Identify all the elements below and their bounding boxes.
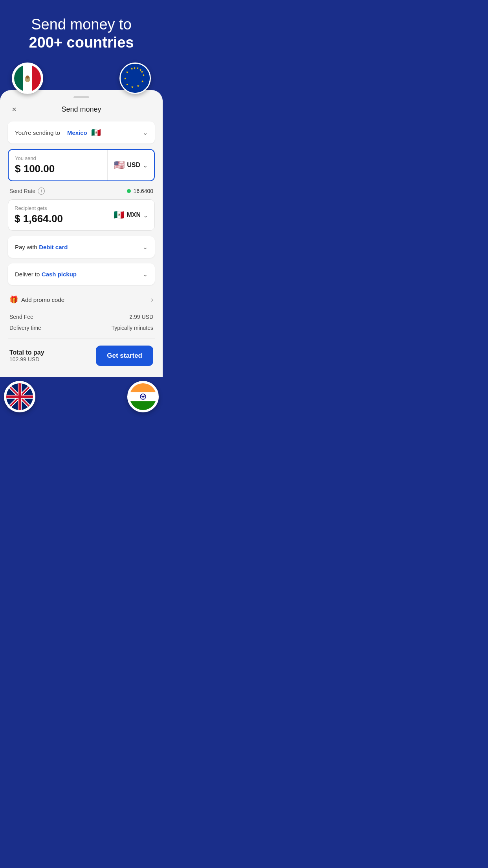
hero-line1: Send money to — [31, 16, 132, 33]
mexico-flag-small: 🇲🇽 — [91, 128, 101, 137]
india-flag-circle — [127, 381, 159, 412]
send-fee-value: 2.99 USD — [129, 314, 153, 320]
card-handle — [73, 96, 89, 98]
delivery-time-label: Delivery time — [9, 325, 41, 331]
mxn-chevron: ⌄ — [143, 211, 148, 219]
promo-row[interactable]: 🎁 Add promo code › — [8, 291, 155, 308]
hero-section: Send money to 200+ countries — [0, 0, 163, 94]
send-rate-info-icon[interactable]: i — [38, 188, 45, 195]
send-rate-row: Send Rate i 16.6400 — [8, 185, 155, 199]
destination-label: You're sending to — [15, 129, 60, 136]
mxn-code: MXN — [127, 211, 141, 219]
pay-with-label: Pay with — [15, 244, 37, 250]
total-section: Total to pay 102.99 USD — [9, 349, 44, 362]
currency-selector-usd[interactable]: 🇺🇸 USD ⌄ — [107, 150, 154, 180]
promo-label: Add promo code — [21, 296, 64, 303]
destination-chevron: ⌄ — [143, 129, 148, 136]
svg-rect-32 — [18, 383, 21, 410]
you-send-label: You send — [15, 155, 101, 161]
destination-left: You're sending to Mexico 🇲🇽 — [15, 128, 101, 137]
mexico-flag-circle — [12, 63, 43, 94]
pay-with-left: Pay with Debit card — [15, 244, 68, 251]
main-card: × Send money You're sending to Mexico 🇲🇽… — [0, 90, 163, 377]
bottom-flags-row — [0, 377, 163, 420]
total-label: Total to pay — [9, 349, 44, 356]
you-send-amount[interactable]: $ 100.00 — [15, 163, 101, 175]
svg-point-6 — [26, 75, 29, 79]
deliver-to-left: Deliver to Cash pickup — [15, 271, 77, 278]
svg-text:★: ★ — [126, 70, 128, 74]
svg-rect-35 — [130, 383, 156, 392]
svg-rect-2 — [14, 65, 23, 92]
get-started-button[interactable]: Get started — [96, 346, 153, 366]
uk-flag-circle — [4, 381, 35, 412]
send-rate-value: 16.6400 — [127, 188, 153, 194]
send-fee-row: Send Fee 2.99 USD — [8, 311, 155, 322]
usd-chevron: ⌄ — [143, 162, 148, 169]
svg-text:★: ★ — [130, 67, 133, 70]
svg-text:★: ★ — [131, 85, 134, 89]
send-fee-label: Send Fee — [9, 314, 33, 320]
svg-text:★: ★ — [141, 80, 144, 83]
delivery-time-row: Delivery time Typically minutes — [8, 322, 155, 333]
usd-code: USD — [127, 162, 140, 169]
deliver-to-value: Cash pickup — [42, 271, 77, 278]
svg-rect-37 — [130, 401, 156, 410]
eu-flag-circle: ★ ★ ★ ★ ★ ★ ★ ★ ★ ★ ★ ★ — [119, 63, 151, 94]
svg-text:★: ★ — [142, 74, 145, 77]
deliver-to-label: Deliver to — [15, 271, 40, 278]
bottom-bar: Total to pay 102.99 USD Get started — [8, 338, 155, 369]
close-button[interactable]: × — [8, 103, 20, 116]
promo-chevron-icon: › — [151, 296, 153, 304]
deliver-to-chevron: ⌄ — [143, 270, 148, 278]
svg-text:★: ★ — [141, 70, 143, 74]
send-rate-label: Send Rate i — [9, 188, 45, 195]
card-title: Send money — [61, 105, 101, 114]
pay-with-row[interactable]: Pay with Debit card ⌄ — [8, 236, 155, 258]
delivery-time-value: Typically minutes — [111, 325, 153, 331]
svg-rect-4 — [32, 65, 41, 92]
gift-icon: 🎁 — [9, 295, 18, 304]
svg-text:★: ★ — [133, 66, 136, 70]
recipient-left: Recipient gets $ 1,664.00 — [8, 200, 107, 230]
hero-title: Send money to 200+ countries — [8, 16, 155, 51]
promo-left: 🎁 Add promo code — [9, 295, 64, 304]
destination-row[interactable]: You're sending to Mexico 🇲🇽 ⌄ — [8, 121, 155, 143]
top-flags-row: ★ ★ ★ ★ ★ ★ ★ ★ ★ ★ ★ ★ — [8, 53, 155, 94]
pay-with-value: Debit card — [39, 244, 68, 250]
currency-selector-mxn[interactable]: 🇲🇽 MXN ⌄ — [107, 200, 154, 230]
usd-flag: 🇺🇸 — [114, 160, 125, 170]
svg-text:★: ★ — [136, 66, 139, 70]
green-dot-icon — [127, 189, 131, 193]
recipient-label: Recipient gets — [15, 205, 101, 211]
deliver-to-row[interactable]: Deliver to Cash pickup ⌄ — [8, 263, 155, 285]
svg-text:★: ★ — [137, 84, 139, 88]
mxn-flag: 🇲🇽 — [114, 210, 124, 220]
svg-text:★: ★ — [126, 83, 128, 86]
hero-line2: 200+ countries — [8, 34, 155, 52]
destination-country: Mexico — [67, 129, 87, 136]
you-send-left: You send $ 100.00 — [9, 150, 107, 180]
recipient-gets-box[interactable]: Recipient gets $ 1,664.00 🇲🇽 MXN ⌄ — [8, 199, 155, 231]
you-send-box[interactable]: You send $ 100.00 🇺🇸 USD ⌄ — [8, 149, 155, 181]
svg-text:★: ★ — [124, 77, 127, 80]
send-rate-text: Send Rate — [9, 188, 35, 194]
card-header: × Send money — [8, 105, 155, 114]
total-amount: 102.99 USD — [9, 356, 44, 362]
send-rate-number: 16.6400 — [133, 188, 153, 194]
recipient-amount[interactable]: $ 1,664.00 — [15, 213, 101, 225]
pay-with-chevron: ⌄ — [143, 243, 148, 251]
